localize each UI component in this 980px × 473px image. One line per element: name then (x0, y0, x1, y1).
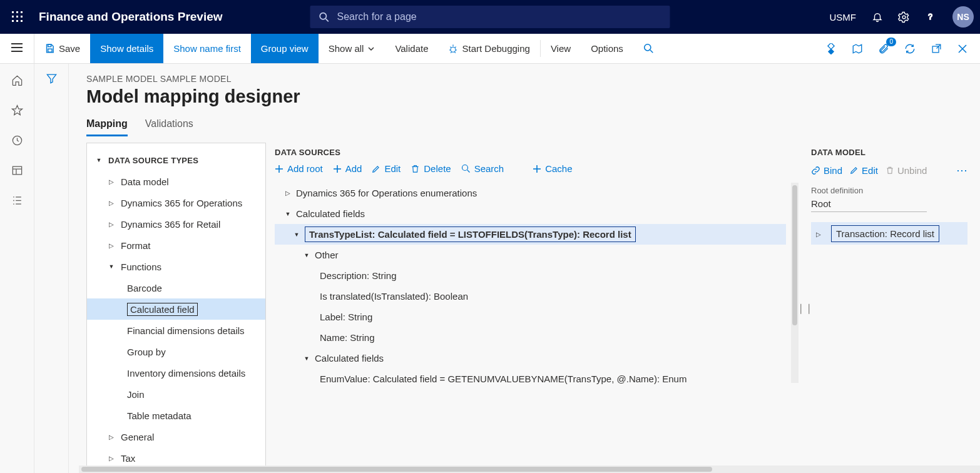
add-button[interactable]: Add (333, 163, 362, 174)
ds-row-calcfields[interactable]: Calculated fields (275, 203, 786, 224)
bell-icon[interactable] (870, 9, 885, 24)
svg-rect-7 (16, 20, 18, 22)
tab-validations[interactable]: Validations (145, 118, 193, 136)
ds-row-enum[interactable]: Dynamics 365 for Operations enumerations (275, 183, 786, 203)
show-details-button[interactable]: Show details (90, 34, 163, 63)
ds-row-calcfields2[interactable]: Calculated fields (275, 348, 786, 369)
ds-row-istranslated[interactable]: Is translated(IsTranslated): Boolean (275, 286, 786, 307)
svg-rect-22 (828, 43, 834, 49)
dst-item-group-by[interactable]: Group by (87, 341, 265, 362)
bind-button[interactable]: Bind (811, 165, 842, 176)
ds-row-name[interactable]: Name: String (275, 327, 786, 348)
dst-item-inv-dim[interactable]: Inventory dimensions details (87, 362, 265, 384)
svg-rect-28 (13, 166, 21, 175)
svg-line-10 (326, 19, 329, 21)
cache-button[interactable]: Cache (533, 163, 572, 174)
edit-button[interactable]: Edit (372, 163, 401, 174)
tab-mapping[interactable]: Mapping (86, 118, 128, 136)
plus-icon (333, 165, 342, 173)
filter-icon[interactable] (46, 73, 58, 473)
close-icon[interactable] (954, 40, 971, 58)
help-icon[interactable]: ? (922, 9, 937, 24)
svg-point-20 (645, 44, 651, 51)
diamond-icon[interactable] (822, 40, 840, 58)
link-icon (811, 166, 820, 175)
dmodel-toolbar: Bind Edit Unbind ⋯ (811, 163, 967, 177)
breadcrumb: SAMPLE MODEL SAMPLE MODEL (86, 74, 980, 84)
root-definition-value[interactable]: Root (811, 196, 927, 212)
add-root-button[interactable]: Add root (275, 163, 323, 174)
start-debugging-label: Start Debugging (462, 43, 529, 54)
pencil-icon (850, 166, 859, 175)
options-button[interactable]: Options (581, 34, 633, 63)
validate-button[interactable]: Validate (385, 34, 438, 63)
show-name-first-button[interactable]: Show name first (163, 34, 251, 63)
attach-icon[interactable]: 0 (875, 40, 892, 58)
svg-rect-8 (21, 20, 23, 22)
dst-item-d365-ops[interactable]: Dynamics 365 for Operations (87, 192, 265, 213)
popout-icon[interactable] (927, 40, 945, 58)
modules-icon[interactable] (9, 193, 24, 208)
svg-rect-2 (21, 11, 23, 13)
delete-button[interactable]: Delete (411, 163, 451, 174)
svg-rect-3 (12, 16, 14, 18)
dst-item-d365-retail[interactable]: Dynamics 365 for Retail (87, 213, 265, 235)
global-search[interactable] (310, 6, 670, 28)
dst-item-table-meta[interactable]: Table metadata (87, 405, 265, 426)
view-button[interactable]: View (541, 34, 581, 63)
star-icon[interactable] (9, 103, 24, 118)
dst-item-calculated-field[interactable]: Calculated field (87, 298, 265, 320)
svg-rect-18 (48, 49, 52, 52)
save-button[interactable]: Save (34, 34, 90, 63)
scrollbar-vertical[interactable] (791, 183, 799, 383)
group-view-button[interactable]: Group view (251, 34, 319, 63)
home-icon[interactable] (9, 73, 24, 88)
ds-row-transtypelist[interactable]: TransTypeList: Calculated field = LISTOF… (275, 224, 786, 245)
recent-icon[interactable] (9, 133, 24, 148)
refresh-icon[interactable] (901, 40, 919, 58)
hamburger-icon[interactable] (11, 43, 23, 54)
left-rail (0, 64, 34, 473)
dst-item-format[interactable]: Format (87, 235, 265, 256)
actionbar: Save Show details Show name first Group … (0, 34, 980, 64)
trash-icon (411, 164, 420, 173)
action-search[interactable] (633, 34, 664, 63)
search-input[interactable] (337, 11, 661, 23)
map-icon[interactable] (849, 40, 866, 58)
dstypes-header: DATA SOURCE TYPES (108, 156, 198, 165)
dsources-tree: Dynamics 365 for Operations enumerations… (275, 183, 799, 389)
edit-button[interactable]: Edit (850, 165, 878, 176)
dst-item-functions[interactable]: Functions (87, 256, 265, 277)
search-button[interactable]: Search (461, 163, 504, 174)
panel-resizer[interactable]: ❘❘ (799, 143, 811, 473)
workspaces-icon[interactable] (9, 163, 24, 178)
dst-item-fin-dim[interactable]: Financial dimensions details (87, 320, 265, 341)
svg-point-11 (902, 16, 906, 19)
search-icon (461, 164, 471, 173)
chevron-down-icon (367, 45, 375, 53)
debug-icon (448, 44, 458, 54)
dsources-toolbar: Add root Add Edit Delete Search Cache (275, 163, 799, 174)
app-launcher-icon[interactable] (9, 8, 26, 26)
ds-row-label[interactable]: Label: String (275, 307, 786, 327)
save-icon (44, 43, 55, 54)
dm-row-transaction[interactable]: Transaction: Record list (811, 222, 967, 245)
more-icon[interactable]: ⋯ (956, 163, 967, 177)
caret-icon[interactable] (94, 157, 103, 163)
dst-item-barcode[interactable]: Barcode (87, 277, 265, 298)
gear-icon[interactable] (896, 9, 911, 24)
scrollbar-horizontal[interactable] (79, 465, 980, 473)
ds-row-other[interactable]: Other (275, 245, 786, 265)
svg-rect-23 (828, 48, 834, 54)
ds-row-description[interactable]: Description: String (275, 265, 786, 286)
company-code[interactable]: USMF (830, 12, 857, 23)
show-all-dropdown[interactable]: Show all (319, 34, 385, 63)
avatar[interactable]: NS (952, 6, 974, 28)
dst-item-join[interactable]: Join (87, 384, 265, 405)
svg-text:?: ? (928, 13, 932, 21)
dst-item-general[interactable]: General (87, 426, 265, 447)
start-debugging-button[interactable]: Start Debugging (438, 34, 539, 63)
unbind-button: Unbind (886, 165, 927, 176)
dst-item-data-model[interactable]: Data model (87, 171, 265, 192)
ds-row-enumvalue[interactable]: EnumValue: Calculated field = GETENUMVAL… (275, 369, 786, 389)
